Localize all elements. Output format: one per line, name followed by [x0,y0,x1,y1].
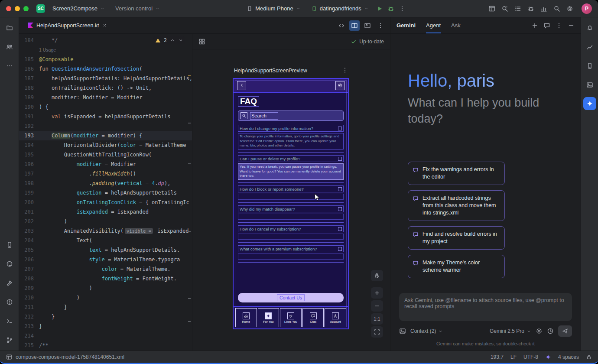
line-number[interactable]: 206 [19,255,39,264]
problems-icon[interactable] [3,296,16,308]
task-list-icon[interactable] [512,3,523,14]
send-button[interactable] [558,325,572,337]
ai-assist-icon[interactable] [499,3,510,14]
line-number[interactable]: 188 [19,83,39,93]
code-line[interactable]: 209 ) [19,283,192,293]
bug-report-icon[interactable] [525,3,536,14]
code-line[interactable]: 192 [19,121,192,131]
settings-icon[interactable] [564,3,575,14]
notifications-icon[interactable] [584,22,596,34]
editor-tab[interactable]: HelpAndSupportScreen.kt [23,17,111,33]
line-number[interactable]: 195 [19,150,39,159]
preview-canvas[interactable]: HelpAndSupportScreenPreview FAQ Search [192,49,390,351]
code-inlay-row[interactable]: 1 Usage [19,45,192,55]
device-explorer-icon[interactable] [584,60,596,72]
zoom-in-button[interactable] [371,287,383,299]
chat-history-icon[interactable] [543,22,550,29]
lock-icon[interactable] [586,354,592,360]
profiler-icon[interactable] [538,3,549,14]
search-icon[interactable] [551,3,562,14]
version-control-icon[interactable] [3,334,16,346]
code-line[interactable]: 189 modifier: Modifier = Modifier [19,93,192,102]
line-number[interactable]: 208 [19,274,39,283]
split-view-button[interactable] [349,20,360,31]
line-number[interactable]: 192 [19,121,39,131]
code-line[interactable]: 193 Column(modifier = modifier) { [19,131,192,140]
line-number[interactable]: 190 [19,102,39,112]
line-number[interactable]: 211 [19,302,39,312]
project-folder-icon[interactable] [3,22,16,34]
logcat-icon[interactable] [584,79,596,91]
code-line[interactable]: 201 isExpanded = isExpanded [19,207,192,217]
design-view-button[interactable] [362,20,373,31]
code-line[interactable]: 196 modifier = Modifier [19,159,192,169]
code-lines[interactable]: 184 */1 Usage185@Composable186fun Questi… [19,36,192,350]
indent-setting[interactable]: 4 spaces [558,354,579,360]
code-line[interactable]: 187 helpAndSupportDetails: HelpAndSuppor… [19,74,192,83]
code-line[interactable]: 200 onTrailingIconClick = { onTrailingIc [19,198,192,207]
inspection-widget[interactable]: 2 [153,36,185,44]
terminal-icon[interactable] [3,315,16,327]
code-line[interactable]: 195 QuestionWithTrailingIconRow( [19,150,192,159]
line-number[interactable]: 193 [19,131,39,140]
code-line[interactable]: 213} [19,322,192,331]
zoom-actual-button[interactable]: 1:1 [371,313,383,325]
line-number[interactable]: 186 [19,64,39,74]
tab-ask[interactable]: Ask [451,17,461,33]
line-number[interactable]: 197 [19,169,39,179]
code-line[interactable]: 188 onTrailingIconClick: () -> Unit, [19,83,192,93]
ai-completion-status-icon[interactable] [545,354,551,360]
resource-manager-icon[interactable] [3,258,16,270]
structure-icon[interactable] [3,41,16,53]
suggestion-card[interactable]: Find and resolve build errors in my proj… [408,226,505,250]
line-separator[interactable]: LF [510,354,517,360]
debug-button[interactable] [387,5,394,12]
line-number[interactable]: 200 [19,198,39,207]
code-line[interactable]: 194 HorizontalDivider(color = MaterialTh… [19,140,192,150]
pan-button[interactable] [371,270,383,281]
line-number[interactable] [19,45,39,55]
code-line[interactable]: 185@Composable [19,55,192,64]
code-line[interactable]: 211 } [19,302,192,312]
attach-image-icon[interactable] [399,328,406,335]
more-tool-windows-icon[interactable] [3,60,16,72]
tab-agent[interactable]: Agent [426,17,441,33]
line-number[interactable]: 214 [19,331,39,341]
file-encoding[interactable]: UTF-8 [523,354,538,360]
minimize-window-button[interactable] [15,6,20,11]
line-number[interactable]: 207 [19,264,39,274]
preview-menu-icon[interactable] [341,67,348,74]
close-window-button[interactable] [6,6,11,11]
code-line[interactable]: 191 val isExpanded = helpAndSupportDetai… [19,112,192,121]
run-button[interactable] [376,5,383,12]
suggestion-card[interactable]: Fix the warnings and errors in the edito… [408,162,505,185]
line-number[interactable]: 204 [19,236,39,245]
line-number[interactable]: 210 [19,293,39,302]
gemini-toolwindow-button[interactable] [583,97,596,110]
suggestion-card[interactable]: Extract all hardcoded strings from this … [408,190,505,221]
gemini-input-box[interactable] [399,293,572,321]
running-devices-icon[interactable] [3,239,16,251]
line-number[interactable]: 198 [19,179,39,188]
code-line[interactable]: 215/** [19,341,192,350]
code-line[interactable]: 199 question = helpAndSupportDetails [19,188,192,198]
vcs-widget[interactable]: Version control [112,3,163,13]
context-selector[interactable]: Context (2) [410,328,443,334]
editor-more-button[interactable] [375,20,386,31]
code-line[interactable]: 204 Text( [19,236,192,245]
zoom-out-button[interactable] [371,300,383,312]
line-number[interactable]: 201 [19,207,39,217]
close-tab-icon[interactable] [102,23,107,28]
code-line[interactable]: 214 [19,331,192,341]
user-avatar[interactable]: P [582,3,592,14]
code-line[interactable]: 197 .fillMaxWidth() [19,169,192,179]
project-selector[interactable]: Screen2Compose [49,3,108,13]
editor-scrollbar[interactable] [188,34,191,351]
line-number[interactable]: 213 [19,322,39,331]
usage-hint[interactable]: 1 Usage [39,47,56,52]
code-line[interactable]: 186fun QuestionAndAnswerInfoSection( [19,64,192,74]
line-number[interactable]: 215 [19,341,39,350]
prompt-history-icon[interactable] [547,328,554,335]
line-number[interactable]: 209 [19,283,39,293]
new-chat-icon[interactable] [531,22,538,29]
